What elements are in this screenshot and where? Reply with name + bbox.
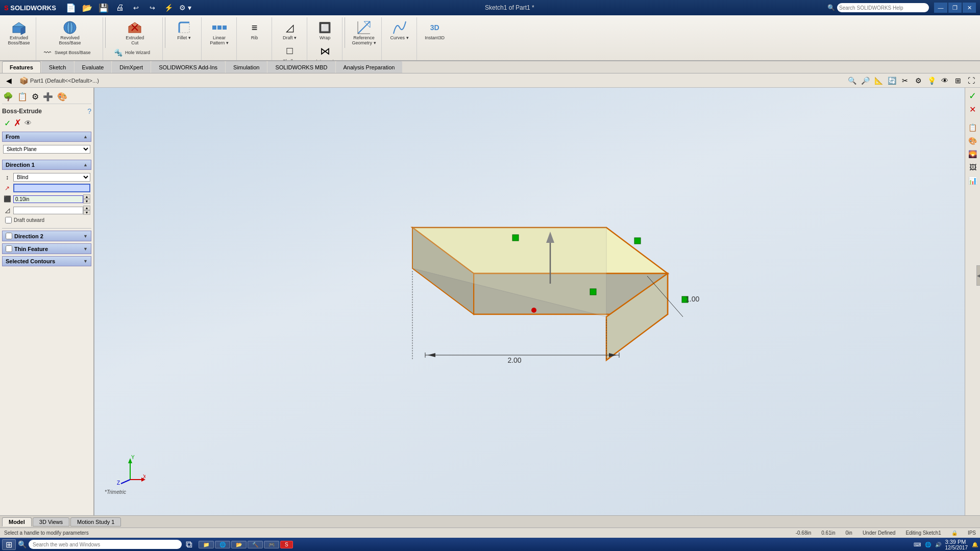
tray-notification[interactable]: 🔔	[972, 542, 978, 547]
configuration-icon[interactable]: ⚙	[31, 91, 40, 103]
quick-access-open[interactable]: 📂	[81, 3, 94, 13]
ok-button[interactable]: ✓	[4, 118, 11, 128]
reference-geometry-btn[interactable]: ReferenceGeometry ▾	[350, 18, 378, 47]
search-icon: 🔍	[827, 4, 835, 11]
depth-spin-down[interactable]: ▼	[83, 199, 90, 204]
quick-access-print[interactable]: 🖨	[113, 3, 127, 13]
draft-btn[interactable]: ◿ Draft ▾	[276, 18, 304, 42]
thin-feature-checkbox[interactable]	[6, 245, 12, 252]
linear-pattern-btn[interactable]: LinearPattern ▾	[206, 18, 233, 47]
hole-wizard-btn[interactable]: 🔩 Hole Wizard	[111, 47, 159, 58]
instant3d-btn[interactable]: 3D Instant3D	[421, 18, 449, 42]
plus-icon[interactable]: ➕	[42, 91, 54, 103]
section-view-btn[interactable]: ✂	[899, 75, 911, 86]
view-settings-btn[interactable]: ⚙	[913, 75, 924, 86]
draft-input[interactable]	[13, 207, 83, 214]
zoom-in-btn[interactable]: 🔎	[860, 75, 871, 86]
rib-btn[interactable]: ≡ Rib	[241, 18, 268, 42]
wrap-btn[interactable]: 🔲 Wrap	[311, 18, 339, 42]
curves-btn[interactable]: Curves ▾	[386, 18, 413, 42]
revolved-boss-base-btn[interactable]: RevolvedBoss/Base	[56, 18, 84, 47]
tab-analysis[interactable]: Analysis Preparation	[336, 61, 403, 73]
reference-group: ReferenceGeometry ▾	[347, 17, 382, 60]
taskbar-game[interactable]: 🎮	[264, 541, 279, 548]
tab-sketch[interactable]: Sketch	[41, 61, 74, 73]
tab-3d-views[interactable]: 3D Views	[33, 517, 69, 527]
quick-access-redo[interactable]: ↪	[146, 3, 159, 13]
right-cancel-btn[interactable]: ✕	[967, 103, 979, 115]
task-view-btn[interactable]: ⧉	[184, 539, 194, 550]
taskbar-sw-app[interactable]: S	[280, 541, 293, 548]
taskbar-search-input[interactable]	[29, 540, 182, 549]
draft-spin-up[interactable]: ▲	[83, 206, 90, 210]
shell-btn[interactable]: □ Shell ▾	[276, 42, 304, 61]
help-icon[interactable]: ?	[87, 107, 91, 115]
view-orient-btn[interactable]: 📐	[873, 75, 884, 86]
direction2-checkbox[interactable]	[6, 233, 12, 239]
start-button[interactable]: ⊞	[2, 539, 16, 550]
taskbar-file-explorer[interactable]: 📁	[199, 541, 214, 548]
tab-model[interactable]: Model	[2, 517, 32, 527]
direction-ref-input[interactable]	[13, 184, 90, 192]
sw-search-input[interactable]	[837, 3, 929, 12]
quick-access-undo[interactable]: ↩	[130, 3, 143, 13]
tray-volume: 🔊	[935, 542, 941, 547]
tab-addins[interactable]: SOLIDWORKS Add-Ins	[151, 61, 225, 73]
draft-spin-down[interactable]: ▼	[83, 210, 90, 215]
options-btn[interactable]: ⚙ ▾	[179, 3, 192, 13]
tab-simulation[interactable]: Simulation	[226, 61, 267, 73]
extruded-cut-btn[interactable]: ExtrudedCut	[121, 18, 149, 47]
feature-tree-icon[interactable]: 🌳	[2, 91, 14, 103]
right-checkmark-btn[interactable]: ✓	[967, 90, 979, 102]
tab-dimxpert[interactable]: DimXpert	[112, 61, 151, 73]
cancel-button[interactable]: ✗	[14, 117, 21, 129]
right-properties-btn[interactable]: 📋	[967, 121, 979, 134]
tab-evaluate[interactable]: Evaluate	[75, 61, 112, 73]
draft-outward-label[interactable]: Draft outward	[14, 217, 44, 223]
right-panel: ✓ ✕ 📋 🎨 🌄 🖼 📊	[965, 88, 980, 515]
zoom-to-fit-btn[interactable]: 🔍	[846, 75, 857, 86]
minimize-btn[interactable]: —	[934, 3, 947, 13]
right-scene-btn[interactable]: 🌄	[967, 148, 979, 160]
quick-access-new[interactable]: 📄	[64, 3, 78, 13]
tab-motion-study[interactable]: Motion Study 1	[70, 517, 121, 527]
display-mode-btn[interactable]: 💡	[926, 75, 937, 86]
depth-spin-up[interactable]: ▲	[83, 194, 90, 199]
draft-outward-checkbox[interactable]	[5, 217, 12, 223]
appearance-icon[interactable]: 🎨	[56, 91, 68, 103]
hide-show-btn[interactable]: 👁	[939, 75, 950, 86]
display-pane-btn[interactable]: ⊞	[952, 75, 964, 86]
from-select[interactable]: Sketch Plane	[3, 145, 90, 154]
taskbar-hammer[interactable]: 🔨	[248, 541, 263, 548]
tab-mbd[interactable]: SOLIDWORKS MBD	[267, 61, 335, 73]
depth-input[interactable]: 0.10in	[13, 195, 83, 203]
fillet-btn[interactable]: Fillet ▾	[170, 18, 198, 42]
thin-feature-section-header[interactable]: Thin Feature ▼	[2, 243, 91, 254]
from-section-header[interactable]: From ▲	[2, 132, 91, 142]
fillet-icon	[176, 19, 192, 36]
taskbar-folder[interactable]: 📂	[231, 541, 247, 548]
direction1-section-header[interactable]: Direction 1 ▲	[2, 160, 91, 170]
right-decals-btn[interactable]: 🖼	[967, 161, 979, 173]
viewport[interactable]: 2.00 1.00 Y X Z	[94, 88, 965, 515]
quick-access-rebuild[interactable]: ⚡	[162, 3, 176, 13]
cut-group: ExtrudedCut 🔩 Hole Wizard 🔄 Revolved Cut…	[108, 17, 163, 60]
right-appearance-btn[interactable]: 🎨	[967, 135, 979, 147]
property-manager-icon[interactable]: 📋	[16, 91, 29, 103]
quick-access-save[interactable]: 💾	[97, 3, 110, 13]
selected-contours-section-header[interactable]: Selected Contours ▼	[2, 256, 91, 266]
right-custom-btn[interactable]: 📊	[967, 174, 979, 187]
intersect-btn[interactable]: ⋈ Intersect	[311, 42, 339, 61]
tab-features[interactable]: Features	[2, 61, 41, 73]
taskbar-browser[interactable]: 🌐	[215, 541, 230, 548]
restore-btn[interactable]: ❐	[948, 3, 962, 13]
direction2-section-header[interactable]: Direction 2 ▼	[2, 231, 91, 241]
fullscreen-btn[interactable]: ⛶	[966, 75, 977, 86]
expand-tree-btn[interactable]: ◀	[3, 75, 14, 86]
close-btn[interactable]: ✕	[963, 3, 976, 13]
extruded-boss-base-btn[interactable]: ExtrudedBoss/Base	[5, 18, 33, 47]
direction-type-select[interactable]: Blind Through All	[13, 173, 90, 182]
swept-boss-base-btn[interactable]: 〰 Swept Boss/Base	[40, 47, 100, 58]
preview-button[interactable]: 👁	[24, 119, 32, 127]
rotate-view-btn[interactable]: 🔄	[886, 75, 897, 86]
